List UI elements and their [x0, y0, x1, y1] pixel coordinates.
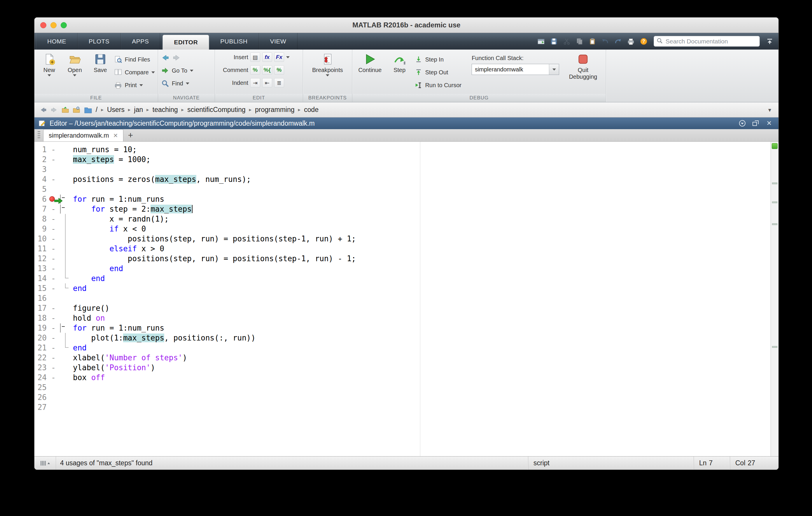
indent-right-icon[interactable]: ⇥ [250, 78, 260, 87]
breakpoint-margin[interactable]: - [47, 333, 60, 343]
breadcrumb-item[interactable]: jan [134, 106, 143, 114]
tab-editor[interactable]: EDITOR [163, 35, 209, 50]
fold-collapse-icon[interactable] [60, 323, 61, 333]
code-lines[interactable]: 1-num_runs = 10;2-max_steps = 1000;34-po… [34, 142, 771, 456]
code-line[interactable]: 15-end [34, 283, 771, 293]
usage-indicator-mark[interactable] [772, 202, 777, 203]
toolstrip-pin-icon[interactable] [765, 37, 774, 46]
comment-block-icon[interactable]: %{ [262, 65, 272, 74]
breakpoint-margin[interactable] [47, 392, 60, 402]
code-line[interactable]: 11- elseif x > 0 [34, 244, 771, 254]
breadcrumb-item[interactable]: scientificComputing [187, 106, 245, 114]
code-line[interactable]: 20- plot(1:max_steps, positions(:, run)) [34, 333, 771, 343]
line-number[interactable]: 1 [34, 145, 47, 154]
tabbar-grip-handle[interactable] [34, 129, 43, 142]
tab-home[interactable]: HOME [36, 33, 78, 50]
code-line[interactable]: 22-xlabel('Number of steps') [34, 353, 771, 363]
line-number[interactable]: 7 [34, 204, 47, 214]
line-number[interactable]: 12 [34, 254, 47, 264]
go-forward-icon[interactable] [173, 54, 181, 62]
code-line[interactable]: 7- for step = 2:max_steps [34, 204, 771, 214]
breakpoint-margin[interactable]: - [47, 264, 60, 273]
breakpoint-margin[interactable]: - [47, 214, 60, 224]
line-number[interactable]: 8 [34, 214, 47, 224]
breakpoint-margin[interactable] [47, 383, 60, 392]
line-number[interactable]: 24 [34, 372, 47, 383]
compare-button[interactable]: Compare [114, 66, 155, 78]
code-line[interactable]: 8- x = randn(1); [34, 214, 771, 224]
editor-actions-icon[interactable] [738, 119, 746, 127]
line-number[interactable]: 4 [34, 174, 47, 184]
breakpoint-margin[interactable] [47, 164, 60, 174]
continue-button[interactable]: Continue [355, 51, 385, 94]
line-number[interactable]: 5 [34, 184, 47, 194]
line-number[interactable]: 20 [34, 333, 47, 343]
breakpoint-margin[interactable] [47, 402, 60, 412]
folder-back-icon[interactable] [39, 106, 47, 114]
line-number[interactable]: 11 [34, 244, 47, 254]
tab-view[interactable]: VIEW [259, 33, 298, 50]
run-to-cursor-button[interactable]: Run to Cursor [414, 79, 468, 91]
code-line[interactable]: 3 [34, 164, 771, 174]
close-window-icon[interactable] [40, 22, 47, 28]
breakpoint-margin[interactable]: - [47, 244, 60, 254]
new-button[interactable]: New [37, 51, 61, 94]
save-icon[interactable] [549, 37, 558, 46]
insert-function-icon[interactable]: Fx [274, 53, 284, 62]
code-line[interactable]: 5 [34, 184, 771, 194]
breakpoint-margin[interactable]: - [47, 363, 60, 372]
paste-icon[interactable] [588, 37, 597, 46]
uncomment-icon[interactable]: % [274, 65, 284, 74]
fold-collapse-icon[interactable] [60, 204, 61, 214]
code-line[interactable]: 23-ylabel('Position') [34, 363, 771, 372]
line-number[interactable]: 25 [34, 383, 47, 392]
comment-icon[interactable]: % [250, 65, 260, 74]
code-line[interactable]: 9- if x < 0 [34, 224, 771, 234]
folder-forward-icon[interactable] [50, 106, 58, 114]
line-number[interactable]: 16 [34, 293, 47, 303]
code-line[interactable]: 10- positions(step, run) = positions(ste… [34, 234, 771, 244]
breakpoint-margin[interactable]: - [47, 154, 60, 164]
copy-icon[interactable] [575, 37, 584, 46]
help-icon[interactable]: ? [639, 37, 648, 46]
line-number[interactable]: 23 [34, 363, 47, 372]
breadcrumb-item[interactable]: teaching [152, 106, 178, 114]
breadcrumb-item[interactable]: / [96, 106, 97, 114]
breakpoint-margin[interactable]: - [47, 234, 60, 244]
breadcrumb-item[interactable]: programming [255, 106, 295, 114]
statusbar-grip-icon[interactable] [34, 457, 56, 469]
breakpoint-margin[interactable]: - [47, 303, 60, 313]
line-number[interactable]: 9 [34, 224, 47, 234]
search-input[interactable] [665, 38, 757, 45]
breakpoint-margin[interactable]: - [47, 283, 60, 293]
breakpoint-margin[interactable] [47, 293, 60, 303]
editor-undock-icon[interactable] [752, 119, 760, 127]
breakpoint-margin[interactable]: - [47, 204, 60, 214]
step-button[interactable]: Step [389, 51, 410, 94]
tab-apps[interactable]: APPS [121, 33, 160, 50]
code-line[interactable]: 1-num_runs = 10; [34, 145, 771, 154]
print-icon[interactable] [626, 37, 636, 46]
document-tab[interactable]: simplerandomwalk.m ✕ [43, 129, 123, 142]
code-line[interactable]: 21-end [34, 343, 771, 353]
usage-indicator-mark[interactable] [772, 182, 777, 184]
tab-close-icon[interactable]: ✕ [113, 132, 118, 139]
code-line[interactable]: 18-hold on [34, 313, 771, 323]
line-number[interactable]: 22 [34, 353, 47, 363]
code-line[interactable]: 16 [34, 293, 771, 303]
step-out-button[interactable]: Step Out [414, 66, 468, 78]
smart-indent-icon[interactable]: ≣ [274, 78, 284, 87]
code-line[interactable]: 25 [34, 383, 771, 392]
code-line[interactable]: 27 [34, 402, 771, 412]
analyzer-status-icon[interactable] [772, 143, 778, 149]
insert-fx-icon[interactable]: fx [262, 53, 272, 62]
breakpoint-margin[interactable]: - [47, 343, 60, 353]
tab-publish[interactable]: PUBLISH [209, 33, 259, 50]
line-number[interactable]: 14 [34, 273, 47, 283]
save-button[interactable]: Save [88, 51, 112, 94]
code-line[interactable]: 14- end [34, 273, 771, 283]
open-button[interactable]: Open [63, 51, 87, 94]
code-line[interactable]: 2-max_steps = 1000; [34, 154, 771, 164]
find-button[interactable]: Find [161, 78, 212, 89]
indent-left-icon[interactable]: ⇤ [262, 78, 272, 87]
